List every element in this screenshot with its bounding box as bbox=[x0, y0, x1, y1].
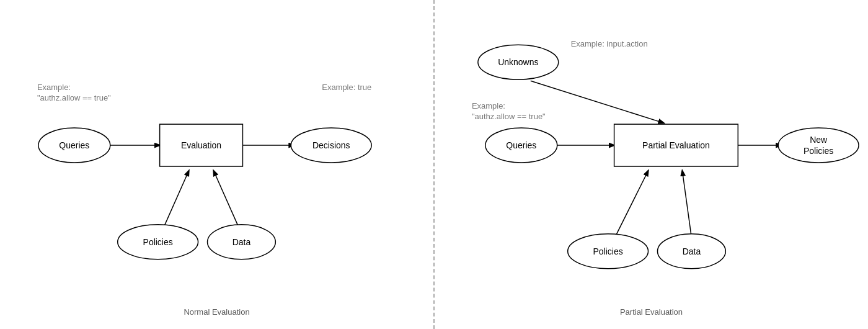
arrow-policies-eval bbox=[164, 171, 189, 227]
right-policies-label: Policies bbox=[593, 246, 623, 256]
unknowns-label: Unknowns bbox=[498, 57, 538, 67]
right-data-label: Data bbox=[683, 246, 701, 256]
arrow-policies-eval-right bbox=[614, 171, 649, 239]
queries-label: Queries bbox=[59, 140, 89, 150]
right-unknowns-example: Example: input.action bbox=[571, 39, 648, 48]
policies-label: Policies bbox=[143, 237, 173, 247]
left-example-label: Example: bbox=[37, 83, 71, 92]
main-container: Example: "authz.allow == true" Example: … bbox=[0, 0, 868, 329]
arrow-data-eval-right bbox=[682, 171, 691, 238]
left-panel: Example: "authz.allow == true" Example: … bbox=[0, 0, 433, 329]
left-caption: Normal Evaluation bbox=[184, 307, 249, 317]
decisions-label: Decisions bbox=[312, 140, 350, 150]
right-caption: Partial Evaluation bbox=[620, 307, 683, 317]
svg-text:"authz.allow == true": "authz.allow == true" bbox=[472, 112, 546, 121]
svg-text:"authz.allow == true": "authz.allow == true" bbox=[37, 93, 111, 102]
arrow-data-eval bbox=[214, 171, 239, 227]
data-label: Data bbox=[232, 237, 251, 247]
right-queries-label: Queries bbox=[506, 140, 536, 150]
arrow-unknowns-eval bbox=[531, 81, 664, 123]
new-policies-label2: Policies bbox=[804, 146, 833, 156]
new-policies-label: New bbox=[810, 135, 828, 145]
right-panel: Example: "authz.allow == true" Example: … bbox=[435, 0, 868, 329]
evaluation-label: Evaluation bbox=[181, 140, 221, 150]
left-output-label: Example: true bbox=[322, 83, 371, 92]
right-example-label: Example: bbox=[472, 101, 505, 110]
partial-eval-label: Partial Evaluation bbox=[642, 140, 710, 150]
